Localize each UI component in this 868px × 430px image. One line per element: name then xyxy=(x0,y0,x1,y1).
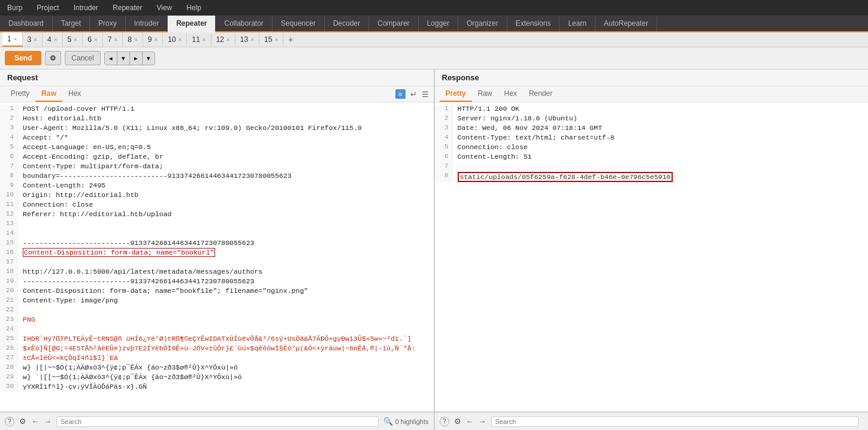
req-forward-icon[interactable]: → xyxy=(44,417,52,426)
newline-icon[interactable]: ↵ xyxy=(410,90,417,99)
tab-proxy[interactable]: Proxy xyxy=(90,16,126,31)
menu-intruder[interactable]: Intruder xyxy=(71,2,101,13)
req-tab-hex[interactable]: Hex xyxy=(62,86,87,102)
tab-organizer[interactable]: Organizer xyxy=(458,16,507,31)
req-help-icon[interactable]: ? xyxy=(5,417,14,426)
gear-button[interactable]: ⚙ xyxy=(45,51,61,65)
response-code-area[interactable]: 1HTTP/1.1 200 OK2Server: nginx/1.18.0 (U… xyxy=(435,102,869,411)
resp-tab-raw[interactable]: Raw xyxy=(472,86,498,102)
request-line: 12Referer: http://editorial.htb/upload xyxy=(0,210,434,220)
req-tab-10[interactable]: 10 × xyxy=(163,33,187,46)
tab-autorepeater[interactable]: AutoRepeater xyxy=(595,16,657,31)
request-line: 22 xyxy=(0,306,434,316)
tab-learn[interactable]: Learn xyxy=(559,16,595,31)
search-input[interactable] xyxy=(56,416,379,427)
request-line: 14 xyxy=(0,229,434,239)
req-tab-7[interactable]: 7 × xyxy=(103,33,123,46)
request-line: 30yYXRÏìf^l}·çv¡ÿVÍÀûĎáPäs·x}.GÑ xyxy=(0,383,434,392)
request-line: 23PNG xyxy=(0,316,434,325)
request-line: 9Content-Length: 2495 xyxy=(0,181,434,191)
close-tab-10[interactable]: × xyxy=(179,37,182,43)
request-line: 10Origin: http://editorial.htb xyxy=(0,191,434,201)
add-tab-button[interactable]: + xyxy=(283,32,298,47)
menu-help[interactable]: Help xyxy=(184,2,204,13)
req-tab-1[interactable]: 1 × xyxy=(2,32,23,47)
req-tab-icons: ≡ ↵ ☰ xyxy=(395,89,428,99)
tab-logger[interactable]: Logger xyxy=(419,16,458,31)
response-line: 6Content-Length: 51 xyxy=(435,153,869,162)
resp-tab-render[interactable]: Render xyxy=(523,86,558,102)
resp-help-icon[interactable]: ? xyxy=(440,417,449,426)
req-tab-15[interactable]: 15 × xyxy=(259,33,283,46)
close-tab-7[interactable]: × xyxy=(114,37,117,43)
close-tab-11[interactable]: × xyxy=(202,37,206,43)
req-tab-3[interactable]: 3 × xyxy=(23,33,43,46)
close-tab-8[interactable]: × xyxy=(134,37,138,43)
request-numbered-tabs: 1 × 3 × 4 × 5 × 6 × 7 × 8 × 9 × xyxy=(0,32,868,47)
close-tab-9[interactable]: × xyxy=(154,37,158,43)
req-tab-5[interactable]: 5 × xyxy=(63,33,83,46)
resp-search-input[interactable] xyxy=(491,416,859,427)
req-tab-6[interactable]: 6 × xyxy=(83,33,103,46)
request-line: 16Content-Disposition: form-data; name="… xyxy=(0,249,434,258)
request-panel-tabs: Pretty Raw Hex ≡ ↵ ☰ xyxy=(0,86,434,102)
request-line: 18http://127.0.0.1:5000/api/latest/metad… xyxy=(0,268,434,277)
req-tab-13[interactable]: 13 × xyxy=(235,33,259,46)
req-tab-12[interactable]: 12 × xyxy=(211,33,235,46)
request-code-area[interactable]: 1POST /upload-cover HTTP/1.12Host: edito… xyxy=(0,102,434,411)
req-tab-9[interactable]: 9 × xyxy=(143,33,164,46)
close-tab-5[interactable]: × xyxy=(74,37,77,43)
menu-project[interactable]: Project xyxy=(34,2,61,13)
prev-down-button[interactable]: ▾ xyxy=(117,52,130,65)
status-bars: ? ⚙ ← → 🔍 0 highlights ? ⚙ ← → xyxy=(0,411,868,430)
request-line: 17 xyxy=(0,258,434,268)
panels-row: Request Pretty Raw Hex ≡ ↵ ☰ 1POST /uplo… xyxy=(0,69,868,411)
menu-icon[interactable]: ☰ xyxy=(422,90,429,99)
next-down-button[interactable]: ▾ xyxy=(143,52,155,65)
req-tab-raw[interactable]: Raw xyxy=(35,86,62,102)
request-line: 25IHDR`Hý7ßTPLTEÁyÊ~tRNS@ñ ùHÍ6¿Yé°Ø)tRß… xyxy=(0,335,434,344)
req-back-icon[interactable]: ← xyxy=(31,417,39,426)
req-settings-icon[interactable]: ⚙ xyxy=(19,417,26,426)
response-line: 5Connection: close xyxy=(435,143,869,153)
resp-tab-pretty[interactable]: Pretty xyxy=(440,86,472,102)
menu-repeater[interactable]: Repeater xyxy=(110,2,144,13)
close-tab-1[interactable]: × xyxy=(14,36,17,43)
close-tab-12[interactable]: × xyxy=(226,37,230,43)
wrap-icon[interactable]: ≡ xyxy=(395,89,405,99)
response-line: 7 xyxy=(435,162,869,172)
prev-left-button[interactable]: ◂ xyxy=(105,52,117,65)
tab-intruder[interactable]: Intruder xyxy=(126,16,168,31)
tab-comparer[interactable]: Comparer xyxy=(369,16,418,31)
close-tab-15[interactable]: × xyxy=(274,37,278,43)
request-line: 8boundary=--------------------------9133… xyxy=(0,172,434,181)
close-tab-13[interactable]: × xyxy=(250,37,254,43)
request-line: 21Content-Type: image/png xyxy=(0,296,434,306)
resp-tab-hex[interactable]: Hex xyxy=(498,86,523,102)
tab-collaborator[interactable]: Collaborator xyxy=(216,16,272,31)
tab-extensions[interactable]: Extensions xyxy=(507,16,560,31)
send-button[interactable]: Send xyxy=(5,51,41,65)
close-tab-6[interactable]: × xyxy=(94,37,98,43)
req-tab-11[interactable]: 11 × xyxy=(187,33,211,46)
search-icon: 🔍 xyxy=(383,417,393,426)
req-tab-4[interactable]: 4 × xyxy=(43,33,63,46)
request-line: 29w} `|[[~~$Ó(1;ÀÄØxö3^{ÿ¢;p¯ÊÁx {áo~zð3… xyxy=(0,373,434,383)
close-tab-3[interactable]: × xyxy=(34,37,37,43)
req-tab-pretty[interactable]: Pretty xyxy=(5,86,35,102)
menu-view[interactable]: View xyxy=(154,2,174,13)
tab-sequencer[interactable]: Sequencer xyxy=(273,16,325,31)
menu-burp[interactable]: Burp xyxy=(5,2,25,13)
response-line: 3Date: Wed, 06 Nov 2024 07:18:14 GMT xyxy=(435,124,869,134)
req-tab-8[interactable]: 8 × xyxy=(123,33,143,46)
cancel-button[interactable]: Cancel xyxy=(65,51,100,65)
resp-settings-icon[interactable]: ⚙ xyxy=(454,417,461,426)
tab-dashboard[interactable]: Dashboard xyxy=(0,16,53,31)
close-tab-4[interactable]: × xyxy=(54,37,58,43)
resp-forward-icon[interactable]: → xyxy=(479,417,486,426)
tab-decoder[interactable]: Decoder xyxy=(325,16,369,31)
tab-repeater[interactable]: Repeater xyxy=(168,16,216,32)
resp-back-icon[interactable]: ← xyxy=(466,417,474,426)
next-right-button[interactable]: ▸ xyxy=(130,52,143,65)
tab-target[interactable]: Target xyxy=(53,16,90,31)
